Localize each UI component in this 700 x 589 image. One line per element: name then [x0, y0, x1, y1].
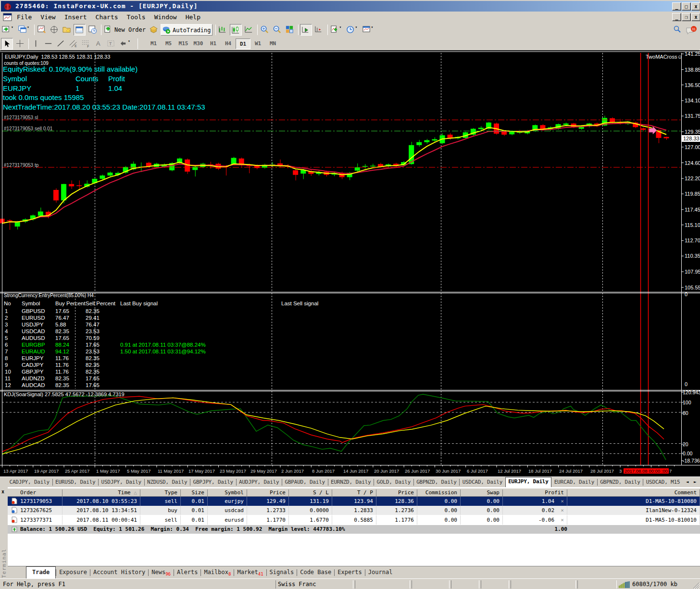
chart-tab-gbpnzd-9[interactable]: GBPNZD, Daily — [414, 477, 460, 488]
terminal-tab-alerts[interactable]: Alerts — [174, 566, 200, 579]
chart-tab-cadjpy-0[interactable]: CADJPY, Daily — [7, 477, 52, 488]
channel-button[interactable]: E — [68, 38, 79, 50]
navigator-button[interactable] — [61, 24, 72, 36]
terminal-tab-code-base[interactable]: Code Base — [297, 566, 334, 579]
timeframe-m15[interactable]: M15 — [176, 38, 191, 49]
mdi-minimize-button[interactable]: _ — [672, 13, 681, 21]
orders-col-price[interactable]: Price — [247, 489, 289, 496]
chart-tab-gbpnzd-13[interactable]: GBPNZD, Daily — [598, 477, 643, 488]
menu-window[interactable]: Window — [150, 12, 181, 23]
orders-col-symbol[interactable]: Symbol — [208, 489, 247, 496]
tile-windows-button[interactable] — [284, 24, 295, 36]
timeframe-h4[interactable]: H4 — [221, 38, 236, 49]
order-row[interactable]: 12732676252017.08.10 13:34:51buy0.01usdc… — [8, 506, 700, 515]
chart-tab-gbpaud-6[interactable]: GBPAUD, Daily — [282, 477, 328, 488]
auto-scroll-button[interactable] — [300, 24, 312, 36]
text-button[interactable]: A — [93, 38, 104, 50]
menu-charts[interactable]: Charts — [91, 12, 123, 23]
zoom-out-button[interactable] — [272, 24, 283, 36]
terminal-tab-exposure[interactable]: Exposure — [56, 566, 90, 579]
orders-col-profit[interactable]: Profit — [503, 489, 567, 496]
orders-col-tp[interactable]: T / P — [332, 489, 376, 496]
new-chart-button[interactable]: ▾ — [1, 24, 15, 36]
orders-col-order[interactable]: Order — [8, 489, 62, 496]
terminal-tab-experts[interactable]: Experts — [335, 566, 365, 579]
metaeditor-button[interactable] — [148, 24, 159, 36]
new-order-button[interactable]: New Order — [103, 24, 147, 36]
timeframe-m5[interactable]: M5 — [161, 38, 176, 49]
menu-file[interactable]: File — [12, 12, 36, 23]
periods-button[interactable]: ▾ — [345, 24, 360, 36]
terminal-tab-mailbox[interactable]: Mailbox8 — [201, 566, 234, 579]
orders-col-type[interactable]: Type — [140, 489, 181, 496]
chart-tab-eurjpy-11[interactable]: EURJPY, Daily — [505, 477, 552, 488]
text-label-button[interactable]: T — [105, 38, 116, 50]
chart-tab-usdcad-10[interactable]: USDCAD, Daily — [460, 477, 505, 488]
trendline-button[interactable] — [55, 38, 66, 50]
terminal-tab-account-history[interactable]: Account History — [90, 566, 148, 579]
maximize-button[interactable]: □ — [682, 2, 691, 11]
orders-col-size[interactable]: Size — [181, 489, 208, 496]
fibonacci-button[interactable]: F — [80, 38, 91, 50]
horizontal-line-button[interactable] — [43, 38, 54, 50]
timeframe-m30[interactable]: M30 — [191, 38, 206, 49]
cursor-button[interactable] — [1, 38, 13, 50]
orders-col-commission[interactable]: Commission — [417, 489, 461, 496]
templates-button[interactable]: ▾ — [361, 24, 375, 36]
mdi-restore-button[interactable]: ❐ — [682, 13, 691, 21]
minimize-button[interactable]: _ — [672, 2, 681, 11]
tab-scroll-right-icon[interactable]: ► — [694, 479, 696, 484]
chart-tab-nzdusd-3[interactable]: NZDUSD, Daily — [145, 477, 190, 488]
indicators-button[interactable]: ▾ — [329, 24, 344, 36]
bar-chart-button[interactable] — [217, 24, 228, 36]
terminal-button[interactable] — [74, 24, 86, 36]
vertical-line-button[interactable] — [30, 38, 41, 50]
chart-tab-eurnzd-7[interactable]: EURNZD, Daily — [328, 477, 374, 488]
line-chart-button[interactable] — [243, 24, 254, 36]
strategy-tester-button[interactable] — [87, 24, 98, 36]
chart-shift-button[interactable] — [313, 24, 325, 36]
order-row[interactable]: 12731790532017.08.10 03:55:23sell0.01eur… — [8, 497, 700, 506]
profiles-button[interactable]: ▾ — [17, 24, 31, 36]
market-watch-button[interactable] — [36, 24, 47, 36]
chart-tab-usdcad-14[interactable]: USDCAD, M15 — [643, 477, 683, 488]
resize-grip[interactable] — [693, 583, 700, 589]
zoom-in-button[interactable] — [259, 24, 270, 36]
candlestick-chart-button[interactable] — [230, 24, 242, 36]
mdi-close-button[interactable]: x — [691, 13, 700, 21]
terminal-tab-trade[interactable]: Trade — [26, 566, 56, 579]
tab-scroll-left-icon[interactable]: ◄ — [686, 479, 688, 484]
timeframe-mn[interactable]: MN — [265, 38, 280, 49]
chart-tab-gbpjpy-4[interactable]: GBPJPY, Daily — [190, 477, 236, 488]
crosshair-button[interactable] — [14, 38, 25, 50]
timeframe-m1[interactable]: M1 — [146, 38, 161, 49]
menu-help[interactable]: Help — [181, 12, 205, 23]
chart-tab-usdjpy-2[interactable]: USDJPY, Daily — [99, 477, 144, 488]
menu-tools[interactable]: Tools — [123, 12, 150, 23]
chart-tab-eurusd-1[interactable]: EURUSD, Daily — [53, 477, 99, 488]
terminal-tab-journal[interactable]: Journal — [365, 566, 396, 579]
chart-tab-eurcad-12[interactable]: EURCAD, Daily — [551, 477, 597, 488]
terminal-close-icon[interactable]: x — [1, 489, 4, 494]
timeframe-w1[interactable]: W1 — [250, 38, 265, 49]
timeframe-d1[interactable]: D1 — [236, 38, 250, 49]
close-button[interactable]: x — [691, 2, 700, 11]
arrows-button[interactable]: ▾ — [118, 38, 132, 50]
menu-view[interactable]: View — [36, 12, 60, 23]
terminal-tab-news[interactable]: News96 — [149, 566, 174, 579]
timeframe-h1[interactable]: H1 — [206, 38, 221, 49]
terminal-tab-signals[interactable]: Signals — [267, 566, 297, 579]
orders-col-comment[interactable]: Comment — [567, 489, 700, 496]
terminal-tab-market[interactable]: Market41 — [234, 566, 266, 579]
orders-col-swap[interactable]: Swap — [461, 489, 503, 496]
notifications-icon[interactable]: 31 — [686, 26, 697, 36]
data-window-button[interactable] — [49, 24, 60, 36]
autotrading-button[interactable]: AutoTrading — [161, 24, 212, 36]
search-icon[interactable] — [673, 25, 682, 34]
orders-col-sl[interactable]: S / L — [289, 489, 332, 496]
orders-col-time[interactable]: Time △ — [62, 489, 140, 496]
orders-col-price[interactable]: Price — [376, 489, 417, 496]
chart-tab-gold-8[interactable]: GOLD, Daily — [374, 477, 413, 488]
chart-tab-audjpy-5[interactable]: AUDJPY, Daily — [237, 477, 282, 488]
menu-insert[interactable]: Insert — [60, 12, 91, 23]
